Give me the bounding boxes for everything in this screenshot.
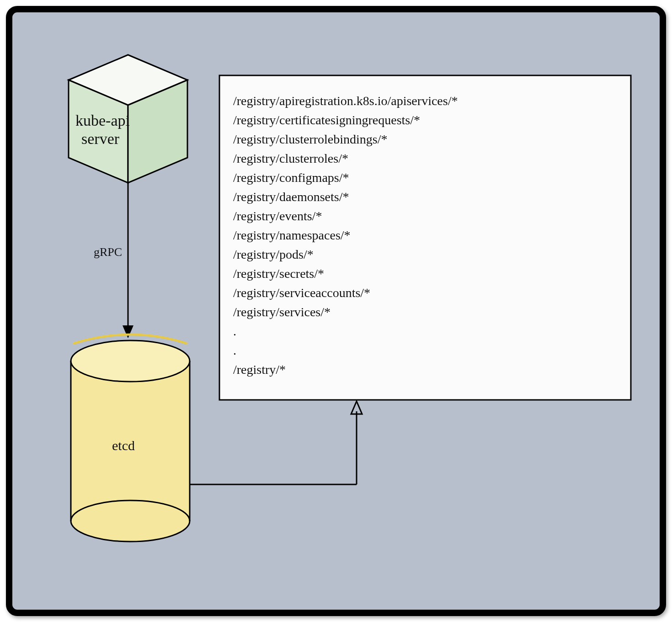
registry-path: /registry/secrets/* (233, 266, 324, 281)
registry-box-group: /registry/apiregistration.k8s.io/apiserv… (219, 75, 631, 400)
registry-path: /registry/clusterroles/* (233, 151, 348, 165)
registry-path: /registry/apiregistration.k8s.io/apiserv… (233, 94, 458, 108)
registry-path: /registry/services/* (233, 305, 331, 319)
registry-path: /registry/certificatesigningrequests/* (233, 113, 420, 127)
registry-path: /registry/serviceaccounts/* (233, 286, 370, 300)
grpc-label: gRPC (94, 245, 122, 259)
registry-path: /registry/daemonsets/* (233, 190, 349, 204)
registry-path: . (233, 324, 236, 338)
registry-path: /registry/namespaces/* (233, 228, 351, 242)
kube-api-label-1: kube-api (75, 112, 130, 129)
kube-api-label-2: server (81, 130, 120, 147)
registry-path: /registry/clusterrolebindings/* (233, 132, 388, 146)
kube-api-cube: kube-api server (69, 55, 187, 183)
etcd-top (71, 340, 190, 382)
registry-path: /registry/configmaps/* (233, 170, 349, 185)
diagram-svg: kube-api server gRPC etcd /registry/apir… (0, 0, 672, 622)
registry-path: /registry/* (233, 362, 286, 377)
registry-path: /registry/events/* (233, 209, 322, 223)
etcd-bottom (71, 500, 190, 542)
etcd-cylinder: etcd (71, 335, 190, 542)
registry-path: . (233, 343, 236, 357)
registry-path: /registry/pods/* (233, 247, 314, 261)
etcd-label: etcd (112, 438, 135, 453)
diagram-root: kube-api server gRPC etcd /registry/apir… (0, 0, 672, 622)
